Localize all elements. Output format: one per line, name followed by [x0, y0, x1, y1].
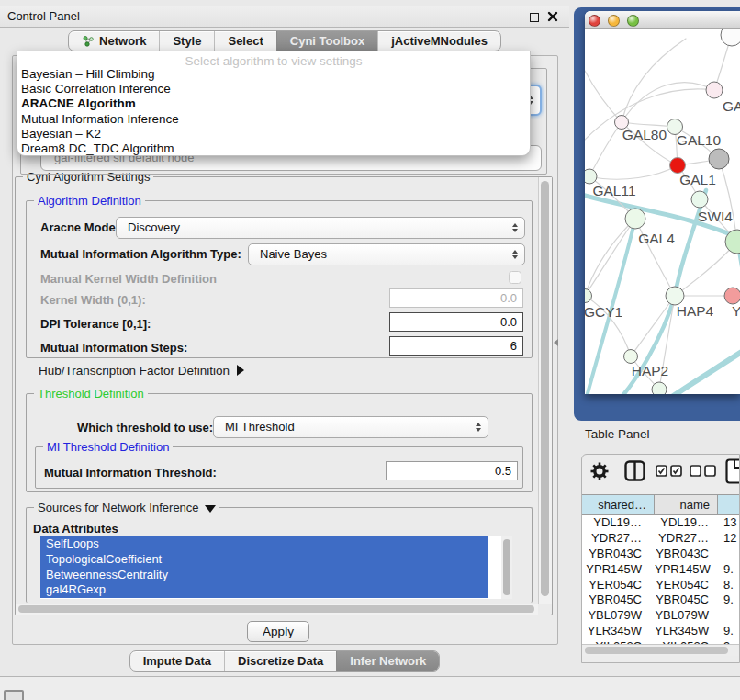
table-row[interactable]: YPR145WYPR145W9.	[582, 562, 740, 578]
which-threshold-combo[interactable]: MI Threshold	[213, 416, 488, 438]
tab-style[interactable]: Style	[159, 31, 214, 51]
close-traffic-light[interactable]	[589, 15, 600, 27]
minimize-traffic-light[interactable]	[608, 15, 620, 27]
stepper-arrows-icon	[512, 250, 518, 259]
algorithm-option[interactable]: Mutual Information Inference	[17, 112, 530, 127]
settings-hscrollbar-thumb[interactable]	[18, 605, 534, 613]
gear-icon[interactable]	[589, 461, 610, 481]
network-edge	[589, 165, 678, 179]
network-graph[interactable]: GAL7GAL80GAL10GAL1GAL11SWI4GAL4GCY1HAP4Y…	[585, 29, 740, 394]
manual-kernel-label: Manual Kernel Width Definition	[40, 272, 217, 286]
network-node[interactable]	[585, 289, 592, 303]
network-node-label: GAL7	[723, 98, 740, 114]
network-node[interactable]	[666, 287, 684, 305]
column-header-shared[interactable]: shared…	[582, 495, 655, 514]
dpi-tolerance-value: 0.0	[500, 315, 517, 329]
kernel-width-value: 0.0	[500, 291, 517, 305]
document-icon[interactable]	[725, 458, 740, 484]
columns-icon[interactable]	[624, 460, 645, 481]
tab-select[interactable]: Select	[214, 31, 275, 51]
table-cell: YBR045C	[582, 593, 655, 608]
mi-steps-input[interactable]: 6	[389, 336, 523, 356]
tab-discretize-data[interactable]: Discretize Data	[224, 651, 336, 671]
table-toolbar	[582, 455, 740, 494]
stepper-arrows-icon	[476, 423, 481, 432]
attribute-item[interactable]: TopologicalCoefficient	[40, 552, 488, 568]
table-row[interactable]: YDL19…YDL19…13	[582, 515, 740, 531]
network-node[interactable]	[624, 350, 638, 364]
splitter-collapse-icon[interactable]	[554, 339, 558, 346]
table-cell: YPR145W	[655, 562, 718, 578]
attribute-item[interactable]: SelfLoops	[40, 536, 488, 552]
table-row[interactable]: YBR043CYBR043C	[582, 547, 740, 562]
hub-definition-toggle[interactable]: Hub/Transcription Factor Definition	[39, 364, 244, 378]
tab-cyni-toolbox[interactable]: Cyni Toolbox	[276, 31, 377, 51]
kernel-width-input[interactable]: 0.0	[389, 288, 523, 308]
attribute-item[interactable]: BetweennessCentrality	[40, 568, 488, 583]
table-cell: YBR043C	[582, 547, 655, 562]
checked-boxes-icon[interactable]	[656, 465, 683, 477]
dpi-tolerance-input[interactable]: 0.0	[389, 312, 523, 332]
aracne-mode-combo[interactable]: Discovery	[116, 217, 525, 239]
unchecked-boxes-icon[interactable]	[690, 465, 717, 477]
network-node[interactable]	[652, 382, 667, 394]
algorithm-option[interactable]: Bayesian – Hill Climbing	[17, 67, 530, 82]
bottom-tabbar: Impute Data Discretize Data Infer Networ…	[0, 650, 569, 672]
table-cell: YDL19…	[582, 515, 655, 531]
algorithm-option[interactable]: ARACNE Algorithm	[17, 96, 530, 111]
tab-infer-network[interactable]: Infer Network	[336, 651, 439, 671]
network-window-titlebar[interactable]	[585, 11, 740, 29]
bottom-strip	[0, 677, 740, 700]
bottom-left-widget[interactable]	[4, 690, 24, 700]
network-node-label: GAL1	[679, 172, 716, 187]
network-node[interactable]	[691, 191, 708, 208]
mi-steps-value: 6	[510, 339, 517, 353]
zoom-traffic-light[interactable]	[627, 15, 639, 27]
tab-network-label: Network	[99, 34, 146, 48]
mi-threshold-input[interactable]: 0.5	[386, 461, 518, 480]
column-header-partial[interactable]	[718, 495, 740, 514]
table-cell	[718, 547, 740, 562]
float-window-icon[interactable]	[530, 13, 539, 22]
table-row[interactable]: YLR345WYLR345W9.	[582, 624, 740, 639]
network-node[interactable]	[670, 158, 686, 174]
network-node[interactable]	[585, 169, 597, 184]
attributes-scrollbar-thumb[interactable]	[503, 539, 510, 595]
stepper-arrows-icon	[512, 223, 518, 232]
table-cell: YDR27…	[655, 531, 718, 547]
table-row[interactable]: YBR045CYBR045C9.	[582, 593, 740, 608]
collapse-arrow-icon	[205, 505, 216, 513]
tab-jactivemnodules[interactable]: jActiveMNodules	[377, 31, 500, 51]
apply-button[interactable]: Apply	[247, 621, 309, 642]
table-row[interactable]: YDR27…YDR27…12	[582, 531, 740, 547]
network-node[interactable]	[625, 209, 645, 229]
tab-impute-data[interactable]: Impute Data	[130, 651, 224, 671]
network-node[interactable]	[709, 149, 729, 169]
tab-network[interactable]: Network	[69, 31, 159, 51]
settings-vscrollbar-thumb[interactable]	[541, 181, 549, 596]
network-node[interactable]	[706, 82, 723, 98]
attribute-item[interactable]: gal4RGexp	[40, 582, 488, 598]
algorithm-option[interactable]: Bayesian – K2	[17, 127, 530, 141]
algorithm-option[interactable]: Basic Correlation Inference	[17, 82, 530, 96]
tab-style-label: Style	[173, 34, 201, 48]
column-header-name[interactable]: name	[655, 495, 718, 514]
table-hscrollbar-thumb[interactable]	[585, 647, 728, 654]
network-node[interactable]	[724, 288, 740, 304]
table-row[interactable]: YBL079WYBL079W	[582, 608, 740, 624]
hub-definition-label: Hub/Transcription Factor Definition	[39, 364, 230, 378]
table-cell: YBR043C	[655, 547, 718, 562]
network-node[interactable]	[721, 29, 740, 46]
table-cell: YBR045C	[655, 593, 718, 608]
table-row[interactable]: YER054CYER054C8.	[582, 578, 740, 593]
algorithm-option[interactable]: Dream8 DC_TDC Algorithm	[17, 141, 530, 156]
dpi-tolerance-label: DPI Tolerance [0,1]:	[40, 317, 151, 331]
sources-group-title[interactable]: Sources for Network Inference	[34, 501, 219, 514]
mi-type-combo[interactable]: Naive Bayes	[248, 243, 525, 265]
tab-select-label: Select	[228, 34, 263, 48]
close-icon[interactable]	[547, 11, 558, 22]
threshold-definition-title: Threshold Definition	[34, 387, 148, 401]
tab-impute-data-label: Impute Data	[143, 654, 211, 668]
manual-kernel-checkbox[interactable]	[509, 271, 521, 284]
network-node-label: GAL80	[622, 127, 667, 142]
